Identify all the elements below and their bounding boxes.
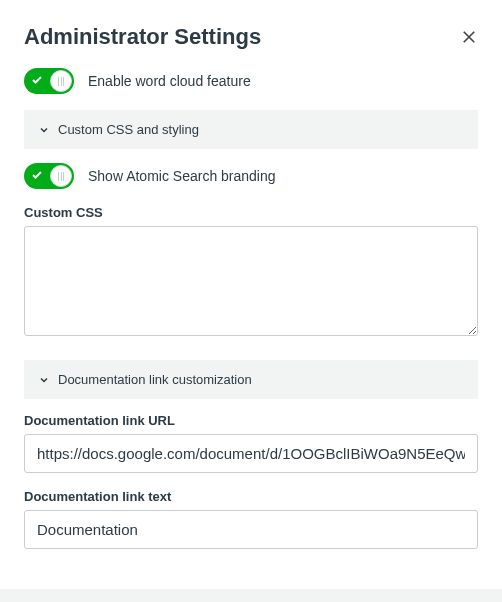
section-css-styling[interactable]: Custom CSS and styling — [24, 110, 478, 149]
toggle-knob — [50, 165, 72, 187]
chevron-down-icon — [38, 124, 50, 136]
section-css-styling-title: Custom CSS and styling — [58, 122, 199, 137]
branding-toggle[interactable] — [24, 163, 74, 189]
admin-settings-modal: Administrator Settings Enable word cloud… — [0, 0, 502, 565]
word-cloud-toggle-label: Enable word cloud feature — [88, 73, 251, 89]
word-cloud-toggle[interactable] — [24, 68, 74, 94]
modal-footer: Cancel Save — [0, 589, 502, 602]
close-icon[interactable] — [460, 28, 478, 46]
doc-text-label: Documentation link text — [24, 489, 478, 504]
custom-css-textarea[interactable] — [24, 226, 478, 336]
doc-text-input[interactable] — [24, 510, 478, 549]
word-cloud-toggle-row: Enable word cloud feature — [24, 68, 478, 94]
toggle-knob — [50, 70, 72, 92]
checkmark-icon — [31, 169, 43, 181]
doc-url-input[interactable] — [24, 434, 478, 473]
section-doc-link[interactable]: Documentation link customization — [24, 360, 478, 399]
branding-toggle-label: Show Atomic Search branding — [88, 168, 276, 184]
doc-url-label: Documentation link URL — [24, 413, 478, 428]
branding-toggle-row: Show Atomic Search branding — [24, 163, 478, 189]
checkmark-icon — [31, 74, 43, 86]
chevron-down-icon — [38, 374, 50, 386]
page-title: Administrator Settings — [24, 24, 261, 50]
section-doc-link-title: Documentation link customization — [58, 372, 252, 387]
custom-css-label: Custom CSS — [24, 205, 478, 220]
modal-header: Administrator Settings — [24, 24, 478, 50]
